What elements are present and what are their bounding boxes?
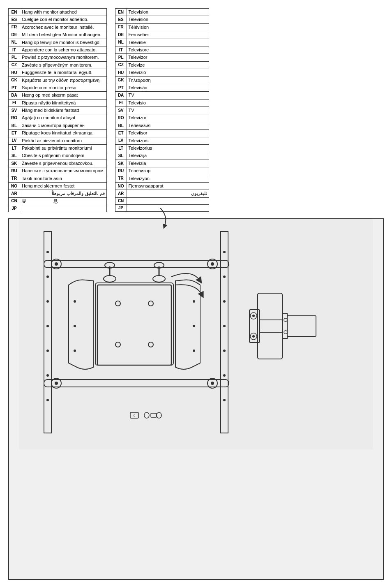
language-text: Televisión <box>127 16 209 23</box>
language-code: EN <box>9 9 20 16</box>
language-text: 显 悬 <box>20 197 107 205</box>
language-text: Κρεμάστε με την οθόνη προσαρτημένη <box>20 76 107 84</box>
table-row: PTTelevisão <box>115 84 209 91</box>
table-row: JP <box>9 205 107 212</box>
svg-point-22 <box>211 262 214 266</box>
svg-point-14 <box>223 325 226 327</box>
language-text: Zaveste s pripevnenou obrazovkou. <box>20 160 107 167</box>
language-code: PL <box>9 54 20 61</box>
svg-point-41 <box>74 325 76 327</box>
language-code: NL <box>115 39 127 46</box>
table-row: SLTelevizija <box>115 152 209 160</box>
table-row: TRTakılı monitörle asın <box>9 175 107 182</box>
language-code: ES <box>115 16 127 23</box>
language-code: PT <box>9 84 20 91</box>
table-row: SVTV <box>115 107 209 114</box>
svg-point-3 <box>46 251 49 253</box>
language-text: Телевизор <box>127 167 209 175</box>
svg-point-25 <box>55 382 58 385</box>
diagram-content: 0 <box>9 219 383 449</box>
svg-point-55 <box>252 335 255 338</box>
language-code: LT <box>9 145 20 152</box>
language-text: Függgessze fel a monitorral együtt. <box>20 69 107 76</box>
svg-point-7 <box>46 350 49 352</box>
svg-point-43 <box>193 300 195 303</box>
svg-point-12 <box>223 275 226 278</box>
language-code: HU <box>115 69 127 76</box>
table-row: ENTelevision <box>115 9 209 16</box>
language-code: ES <box>9 16 20 23</box>
right-language-table: ENTelevisionESTelevisiónFRTélévisionDEFe… <box>115 8 209 212</box>
table-row: DEFernseher <box>115 31 209 39</box>
table-row: ROAgățați cu monitorul atașat <box>9 114 107 122</box>
left-language-table: ENHang with monitor attachedESCuelgue co… <box>8 8 107 212</box>
table-row: PLTelewizor <box>115 54 209 61</box>
language-text: Ripusta näyttö kiinnitettynä <box>20 99 107 106</box>
table-row: NOFjernsynsapparat <box>115 182 209 190</box>
language-text: Hang op terwijl de monitor is bevestigd. <box>20 39 107 46</box>
table-row: HUFügggessze fel a monitorral együtt. <box>9 69 107 76</box>
language-text: Zavěste s připevněným monitorem. <box>20 61 107 69</box>
language-code: BL <box>115 122 127 129</box>
diagram-svg: 0 <box>19 219 373 449</box>
svg-point-16 <box>223 374 226 377</box>
tables-section: ENHang with monitor attachedESCuelgue co… <box>8 8 384 212</box>
svg-point-15 <box>223 350 226 352</box>
language-code: SL <box>115 152 127 160</box>
language-text: Takılı monitörle asın <box>20 175 107 182</box>
table-row: SVHäng med bildskärm fastsatt <box>9 107 107 114</box>
language-code: BL <box>9 122 20 129</box>
language-text: Agățați cu monitorul atașat <box>20 114 107 122</box>
language-text: Televisão <box>127 84 209 91</box>
language-text <box>127 197 209 204</box>
language-code: DA <box>9 92 20 99</box>
language-code: SK <box>115 160 127 167</box>
table-row: LTPakabinti su pritvirtintu monitoriumi <box>9 145 107 152</box>
language-text: Fernseher <box>127 31 209 39</box>
table-row: ETTeleviisor <box>115 130 209 137</box>
svg-point-11 <box>223 251 226 253</box>
language-code: CZ <box>115 61 127 69</box>
svg-rect-0 <box>19 219 373 449</box>
language-text: Televizor <box>127 114 209 122</box>
language-code: JP <box>115 204 127 211</box>
language-code: RO <box>115 114 127 122</box>
table-row: CZZavěste s připevněným monitorem. <box>9 61 107 69</box>
svg-point-20 <box>55 262 58 266</box>
language-text: Televisio <box>127 99 209 106</box>
language-code: LV <box>9 137 20 144</box>
table-row: PLPowieś z przymocowanym monitorem. <box>9 54 107 61</box>
page: ENHang with monitor attachedESCuelgue co… <box>0 0 392 588</box>
language-text: Hæng op med skærm påsat <box>20 92 107 99</box>
language-code: LT <box>115 145 127 152</box>
svg-point-13 <box>223 300 226 303</box>
language-code: GK <box>9 76 20 84</box>
language-code: GK <box>115 76 127 84</box>
table-row: NLTelevisie <box>115 39 209 46</box>
language-code: DE <box>9 31 20 39</box>
language-code: ET <box>115 130 127 137</box>
language-text: Suporte com monitor preso <box>20 84 107 91</box>
table-row: DAHæng op med skærm påsat <box>9 92 107 99</box>
language-code: ET <box>9 130 20 137</box>
language-code: CZ <box>9 61 20 69</box>
language-code: JP <box>9 205 20 212</box>
left-table-container: ENHang with monitor attachedESCuelgue co… <box>8 8 107 212</box>
language-text: Appendere con lo schermo attaccato. <box>20 46 107 53</box>
table-row: ESCuelgue con el monitor adherido. <box>9 16 107 23</box>
table-row: NOHeng med skjermen festet <box>9 182 107 190</box>
table-row: HUTelevízió <box>115 69 209 76</box>
language-code: LV <box>115 137 127 144</box>
table-row: CZTelevize <box>115 61 209 69</box>
svg-point-45 <box>193 350 195 352</box>
language-text <box>20 205 107 212</box>
installation-diagram: 0 <box>8 218 384 580</box>
language-text: Télévision <box>127 23 209 31</box>
language-code: FR <box>115 23 127 31</box>
language-code: PL <box>115 54 127 61</box>
language-code: TR <box>9 175 20 182</box>
language-code: PT <box>115 84 127 91</box>
language-text: تليفزيون <box>127 190 209 197</box>
table-row: ARقم بالتعليق والمرقاب مربوطاً <box>9 190 107 197</box>
language-code: RU <box>9 167 20 175</box>
